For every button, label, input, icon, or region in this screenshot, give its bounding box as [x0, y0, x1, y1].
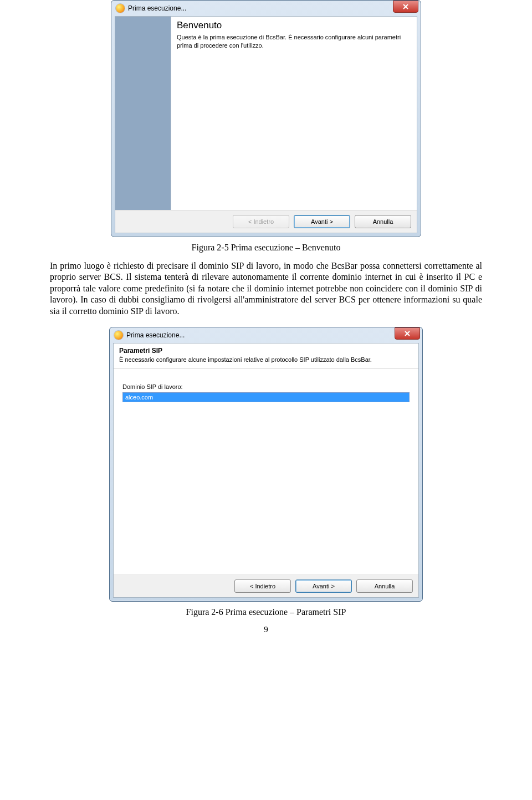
window-title: Prima esecuzione...	[128, 4, 393, 12]
wizard-step-desc: È necessario configurare alcune impostaz…	[119, 356, 412, 363]
app-icon	[116, 4, 125, 13]
wizard-dialog-sip: Prima esecuzione... Parametri SIP È nece…	[109, 327, 423, 602]
page-number: 9	[50, 625, 482, 634]
wizard-header: Parametri SIP È necessario configurare a…	[114, 343, 418, 369]
next-button[interactable]: Avanti >	[294, 215, 350, 228]
close-button[interactable]	[395, 327, 420, 340]
titlebar[interactable]: Prima esecuzione...	[110, 327, 422, 343]
wizard-button-row: < Indietro Avanti > Annulla	[115, 210, 417, 233]
wizard-step-title: Parametri SIP	[119, 347, 412, 355]
body-paragraph: In primo luogo è richiesto di precisare …	[50, 260, 482, 317]
app-icon	[114, 331, 123, 340]
back-button[interactable]: < Indietro	[234, 580, 291, 593]
wizard-side-panel	[115, 17, 171, 210]
sip-domain-input[interactable]	[122, 392, 410, 402]
close-button[interactable]	[393, 1, 418, 13]
welcome-heading: Benvenuto	[177, 20, 410, 31]
cancel-button[interactable]: Annulla	[355, 215, 411, 228]
wizard-button-row: < Indietro Avanti > Annulla	[114, 575, 418, 597]
sip-domain-label: Dominio SIP di lavoro:	[122, 383, 410, 390]
cancel-button[interactable]: Annulla	[356, 580, 413, 593]
back-button: < Indietro	[233, 215, 289, 228]
next-button[interactable]: Avanti >	[295, 580, 352, 593]
wizard-dialog-welcome: Prima esecuzione... Benvenuto Questa è l…	[111, 0, 421, 237]
figure-caption-1: Figura 2-5 Prima esecuzione – Benvenuto	[50, 243, 482, 253]
figure-caption-2: Figura 2-6 Prima esecuzione – Parametri …	[50, 607, 482, 617]
titlebar[interactable]: Prima esecuzione...	[111, 1, 421, 16]
close-icon	[403, 4, 408, 9]
close-icon	[405, 331, 410, 336]
welcome-body: Questa è la prima esecuzione di BcsBar. …	[177, 33, 410, 50]
window-title: Prima esecuzione...	[126, 331, 395, 339]
